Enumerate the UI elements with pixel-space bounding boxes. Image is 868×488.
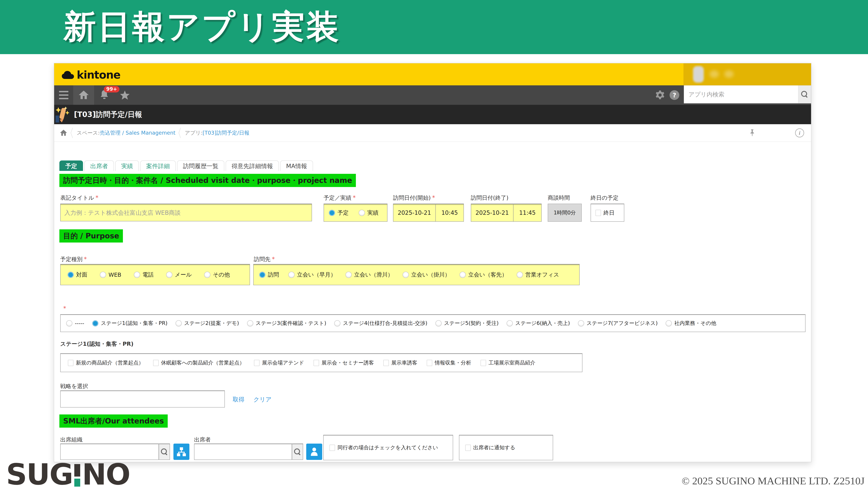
radio-label: 実績	[367, 209, 378, 217]
tab-ma-joho[interactable]: MA情報	[280, 160, 313, 171]
radio-option[interactable]: ステージ5(契約・受注)	[435, 320, 499, 327]
tab-shussekisha[interactable]: 出席者	[84, 160, 114, 171]
section-header-purpose: 目的 / Purpose	[59, 229, 123, 242]
notify-checkbox-field: 出席者に通知する	[459, 435, 553, 460]
radio-option[interactable]: 電話	[134, 271, 154, 279]
info-icon[interactable]: i	[795, 128, 804, 137]
kintone-logo[interactable]: kintone	[61, 68, 120, 81]
radio-option[interactable]: 立会い（掛川）	[403, 271, 450, 279]
radio-label: 立会い（滑川）	[354, 271, 393, 279]
kintone-logo-text: kintone	[77, 68, 120, 81]
org-picker-button[interactable]	[174, 444, 189, 460]
radio-selected-icon	[67, 272, 74, 278]
required-asterisk: *	[84, 256, 87, 262]
settings-gear-icon[interactable]	[655, 90, 665, 100]
title-input[interactable]	[60, 204, 312, 221]
checkbox-label: 展示会・セミナー誘客	[321, 359, 374, 366]
checkbox-option[interactable]: 工場展示室商品紹介	[480, 359, 535, 366]
strategy-get-link[interactable]: 取得	[232, 395, 244, 403]
attendee-picker-button[interactable]	[306, 444, 322, 460]
checkbox-option[interactable]: 展示会場アテンド	[254, 359, 304, 366]
user-avatar	[693, 66, 704, 83]
tab-yotei[interactable]: 予定	[59, 160, 83, 171]
hamburger-menu-button[interactable]	[54, 85, 73, 105]
app-search-box	[684, 85, 811, 103]
checkbox-option[interactable]: 展示車誘客	[383, 359, 417, 366]
field-label-visit-end: 訪問日付(終了)	[471, 194, 508, 202]
checkbox-option[interactable]: 情報収集・分析	[427, 359, 471, 366]
radio-label: ステージ7(アフタービジネス)	[587, 320, 658, 327]
tab-tokuisaki-joho[interactable]: 得意先詳細情報	[226, 160, 279, 171]
checkbox-label: 情報収集・分析	[435, 359, 471, 366]
companion-checkbox[interactable]: 同行者の場合はチェックを入れてください	[330, 444, 438, 451]
breadcrumb-space-prefix: スペース:	[77, 129, 100, 136]
radio-option[interactable]: ステージ1(認知・集客・PR)	[92, 320, 167, 327]
org-search-lookup-button[interactable]	[159, 444, 170, 460]
checkbox-icon	[427, 360, 432, 366]
visit-start-date-input[interactable]: 2025-10-21	[393, 204, 436, 222]
radio-option[interactable]: ステージ7(アフタービジネス)	[578, 320, 658, 327]
search-submit-button[interactable]	[798, 86, 811, 103]
pin-icon[interactable]	[749, 129, 755, 137]
tab-homon-rireki[interactable]: 訪問履歴一覧	[177, 160, 224, 171]
radio-icon	[345, 272, 352, 278]
radio-option[interactable]: 立会い（客先）	[460, 271, 507, 279]
radio-option[interactable]: ステージ3(案件確認・テスト)	[247, 320, 327, 327]
radio-option[interactable]: ステージ2(提案・デモ)	[176, 320, 239, 327]
tab-anken-shosai[interactable]: 案件詳細	[140, 160, 176, 171]
checkbox-option[interactable]: 新規の商品紹介（営業起点）	[68, 359, 144, 366]
checkbox-label: 休眠顧客への製品紹介（営業起点）	[161, 359, 245, 366]
favorites-button[interactable]	[115, 85, 135, 105]
radio-option[interactable]: WEB	[100, 271, 121, 278]
visit-end-time-input[interactable]: 11:45	[513, 204, 541, 222]
radio-option-actual[interactable]: 実績	[359, 209, 378, 217]
slide-title: 新日報アプリ実装	[63, 5, 341, 49]
breadcrumb-app-link[interactable]: [T03]訪問予定/日報	[203, 129, 249, 136]
required-asterisk: *	[95, 194, 98, 201]
help-button[interactable]: ?	[670, 90, 679, 100]
radio-option[interactable]: ステージ6(納入・売上)	[506, 320, 570, 327]
breadcrumb-separator	[177, 127, 183, 138]
radio-option[interactable]: 社内業務・その他	[665, 320, 716, 327]
radio-icon	[288, 272, 294, 278]
allday-checkbox[interactable]: 終日	[595, 209, 615, 217]
radio-option[interactable]: 対面	[67, 271, 87, 279]
radio-option[interactable]: 訪問	[259, 271, 279, 279]
radio-option[interactable]: ステージ4(仕様打合-見積提出-交渉)	[334, 320, 427, 327]
strategy-clear-link[interactable]: クリア	[253, 395, 272, 403]
radio-option[interactable]: -----	[66, 320, 84, 326]
radio-icon	[403, 272, 409, 278]
allday-checkbox-field: 終日	[591, 204, 624, 222]
radio-option[interactable]: その他	[204, 271, 230, 279]
radio-option[interactable]: 立会い（滑川）	[345, 271, 393, 279]
tab-jisseki[interactable]: 実績	[115, 160, 139, 171]
checkbox-label: 工場展示室商品紹介	[489, 359, 535, 366]
breadcrumb-home-icon[interactable]	[60, 129, 67, 137]
notifications-button[interactable]: 99+	[94, 85, 115, 105]
checkbox-option[interactable]: 休眠顧客への製品紹介（営業起点）	[153, 359, 245, 366]
app-search-input[interactable]	[684, 86, 798, 103]
attendee-search-input[interactable]	[194, 444, 292, 460]
sugino-logo-letters-right: NO	[82, 463, 130, 487]
strategy-input[interactable]	[60, 391, 225, 408]
radio-option[interactable]: メール	[166, 271, 192, 279]
user-account-area[interactable]	[683, 63, 811, 85]
radio-option[interactable]: 立会い（早月）	[288, 271, 336, 279]
home-button[interactable]	[73, 85, 94, 105]
checkbox-icon	[153, 360, 159, 366]
radio-option-plan[interactable]: 予定	[329, 209, 349, 217]
radio-selected-icon	[329, 210, 335, 216]
attendee-search-lookup-button[interactable]	[292, 444, 303, 460]
kintone-window: kintone 99+ ?	[54, 63, 811, 462]
field-label-strategy: 戦略を選択	[60, 383, 88, 390]
radio-option[interactable]: 営業オフィス	[517, 271, 559, 279]
visit-start-time-input[interactable]: 10:45	[435, 204, 464, 222]
visit-end-date-input[interactable]: 2025-10-21	[471, 204, 514, 222]
checkbox-icon	[465, 445, 471, 451]
radio-icon	[578, 320, 584, 326]
radio-label: 電話	[143, 271, 154, 279]
breadcrumb-space-link[interactable]: 売込管理 / Sales Management	[100, 129, 175, 136]
checkbox-option[interactable]: 展示会・セミナー誘客	[313, 359, 374, 366]
notify-checkbox[interactable]: 出席者に通知する	[465, 444, 515, 451]
plan-actual-radio-group: 予定 実績	[323, 204, 388, 222]
